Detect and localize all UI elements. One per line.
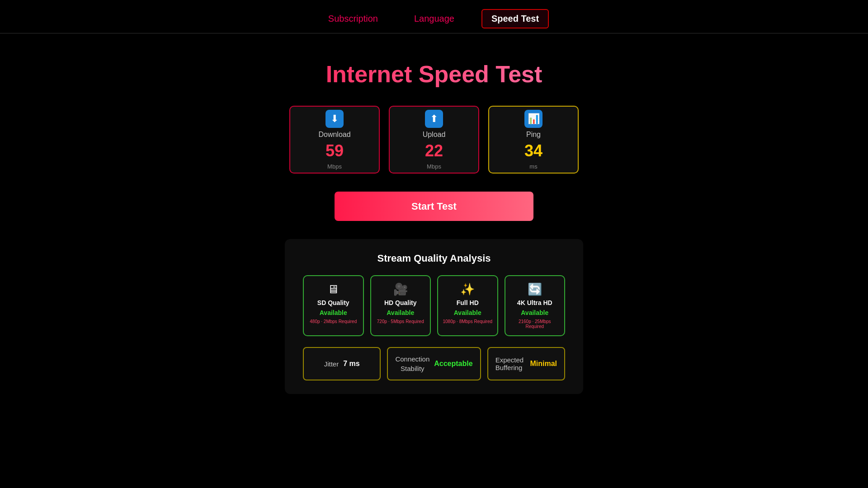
hd-name: HD Quality [384, 299, 417, 306]
top-nav: Subscription Language Speed Test [0, 0, 868, 33]
hd-quality-card: 🎥 HD Quality Available 720p · 5Mbps Requ… [370, 275, 431, 336]
download-label: Download [318, 131, 350, 139]
connection-stability-label: Connection Stability [395, 354, 429, 373]
sd-quality-card: 🖥 SD Quality Available 480p · 2Mbps Requ… [303, 275, 364, 336]
fullhd-icon: ✨ [460, 282, 475, 296]
nav-speed-test[interactable]: Speed Test [481, 9, 549, 28]
upload-card: ⬆ Upload 22 Mbps [389, 106, 479, 174]
jitter-label: Jitter [324, 360, 339, 368]
fullhd-status: Available [454, 309, 481, 316]
ping-value: 34 [524, 141, 542, 160]
ping-label: Ping [526, 131, 541, 139]
speed-cards-row: ⬇ Download 59 Mbps ⬆ Upload 22 Mbps 📊 Pi… [289, 106, 579, 174]
hd-req: 720p · 5Mbps Required [377, 319, 424, 324]
ping-card: 📊 Ping 34 ms [488, 106, 579, 174]
ping-icon: 📊 [524, 110, 542, 128]
fullhd-name: Full HD [457, 299, 479, 306]
upload-unit: Mbps [427, 163, 441, 170]
hd-icon: 🎥 [393, 282, 408, 296]
fullhd-req: 1080p · 8Mbps Required [443, 319, 492, 324]
sd-status: Available [320, 309, 347, 316]
nav-subscription[interactable]: Subscription [319, 10, 387, 28]
page-title: Internet Speed Test [326, 61, 542, 88]
start-test-button[interactable]: Start Test [335, 192, 533, 221]
stream-quality-section: Stream Quality Analysis 🖥 SD Quality Ava… [285, 239, 583, 394]
4k-icon: 🔄 [528, 282, 542, 296]
4k-req: 2160p · 25Mbps Required [510, 319, 560, 329]
4k-quality-card: 🔄 4K Ultra HD Available 2160p · 25Mbps R… [505, 275, 566, 336]
jitter-stat: Jitter 7 ms [303, 347, 381, 380]
expected-buffering-stat: Expected Buffering Minimal [487, 347, 565, 380]
main-content: Internet Speed Test ⬇ Download 59 Mbps ⬆… [0, 33, 868, 394]
sd-icon: 🖥 [327, 282, 339, 296]
jitter-value: 7 ms [343, 360, 359, 368]
upload-value: 22 [425, 141, 443, 160]
connection-stability-stat: Connection Stability Acceptable [387, 347, 481, 380]
download-value: 59 [326, 141, 344, 160]
download-icon: ⬇ [326, 110, 344, 128]
expected-buffering-value: Minimal [530, 360, 557, 368]
quality-cards-row: 🖥 SD Quality Available 480p · 2Mbps Requ… [303, 275, 565, 336]
4k-name: 4K Ultra HD [517, 299, 552, 306]
download-card: ⬇ Download 59 Mbps [289, 106, 380, 174]
stats-row: Jitter 7 ms Connection Stability Accepta… [303, 347, 565, 380]
download-unit: Mbps [327, 163, 342, 170]
nav-language[interactable]: Language [405, 10, 463, 28]
stream-section-title: Stream Quality Analysis [303, 253, 565, 264]
expected-buffering-label: Expected Buffering [495, 356, 526, 371]
ping-unit: ms [529, 163, 537, 170]
upload-label: Upload [423, 131, 446, 139]
sd-name: SD Quality [317, 299, 349, 306]
fullhd-quality-card: ✨ Full HD Available 1080p · 8Mbps Requir… [437, 275, 498, 336]
sd-req: 480p · 2Mbps Required [310, 319, 357, 324]
hd-status: Available [387, 309, 414, 316]
4k-status: Available [521, 309, 548, 316]
connection-stability-value: Acceptable [434, 360, 472, 368]
upload-icon: ⬆ [425, 110, 443, 128]
